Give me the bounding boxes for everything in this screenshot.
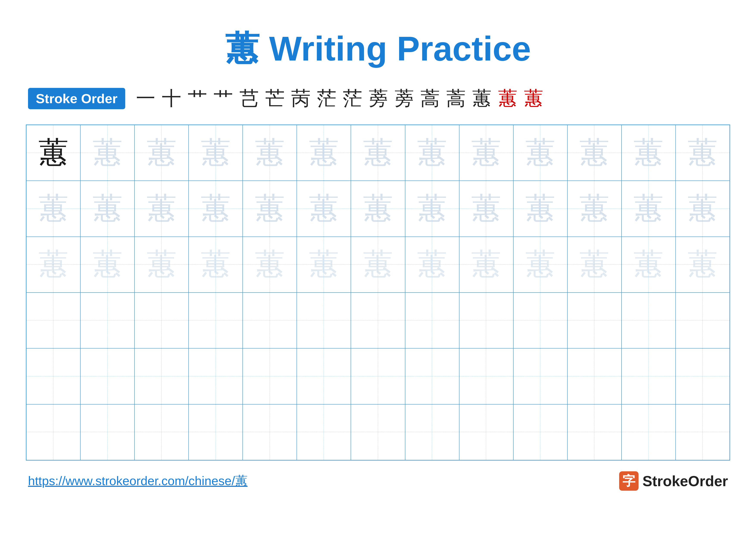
char-r3-c3: 蕙 [147,244,177,285]
grid-cell-r2-c3[interactable]: 蕙 [134,181,189,237]
grid-cell-r2-c13[interactable]: 蕙 [676,181,730,237]
grid-cell-r5-c1[interactable] [26,348,80,404]
grid-cell-r6-c2[interactable] [80,404,134,460]
stroke-5: 芑 [239,85,259,112]
grid-cell-r3-c7[interactable]: 蕙 [351,237,405,292]
footer-url[interactable]: https://www.strokeorder.com/chinese/蕙 [28,472,248,489]
char-r1-c13: 蕙 [688,133,717,173]
grid-cell-r4-c8[interactable] [405,292,459,348]
grid-cell-r1-c11[interactable]: 蕙 [567,125,622,181]
char-r2-c10: 蕙 [525,188,555,229]
footer-logo: 字 StrokeOrder [619,471,728,491]
stroke-4: 艹 [214,85,233,112]
grid-cell-r5-c10[interactable] [513,348,567,404]
grid-cell-r3-c9[interactable]: 蕙 [459,237,513,292]
grid-cell-r3-c12[interactable]: 蕙 [622,237,676,292]
grid-cell-r4-c1[interactable] [26,292,80,348]
grid-cell-r5-c3[interactable] [134,348,189,404]
footer: https://www.strokeorder.com/chinese/蕙 字 … [26,471,730,491]
grid-cell-r2-c11[interactable]: 蕙 [567,181,622,237]
grid-cell-r6-c5[interactable] [243,404,297,460]
grid-cell-r5-c6[interactable] [297,348,351,404]
grid-cell-r1-c4[interactable]: 蕙 [189,125,243,181]
grid-cell-r2-c10[interactable]: 蕙 [513,181,567,237]
stroke-3: 艹 [188,85,207,112]
grid-cell-r1-c10[interactable]: 蕙 [513,125,567,181]
grid-cell-r5-c12[interactable] [622,348,676,404]
stroke-13: 蒿 [446,85,466,112]
grid-cell-r1-c5[interactable]: 蕙 [243,125,297,181]
grid-cell-r6-c3[interactable] [134,404,189,460]
grid-cell-r2-c5[interactable]: 蕙 [243,181,297,237]
grid-cell-r4-c6[interactable] [297,292,351,348]
grid-cell-r5-c2[interactable] [80,348,134,404]
grid-cell-r1-c7[interactable]: 蕙 [351,125,405,181]
char-r3-c10: 蕙 [525,244,555,285]
grid-cell-r3-c10[interactable]: 蕙 [513,237,567,292]
char-r1-c4: 蕙 [201,133,231,173]
grid-cell-r2-c7[interactable]: 蕙 [351,181,405,237]
grid-cell-r6-c4[interactable] [189,404,243,460]
char-r2-c8: 蕙 [417,188,447,229]
char-r3-c8: 蕙 [417,244,447,285]
grid-cell-r1-c9[interactable]: 蕙 [459,125,513,181]
grid-cell-r3-c1[interactable]: 蕙 [26,237,80,292]
stroke-1: 一 [136,85,155,112]
grid-cell-r6-c12[interactable] [622,404,676,460]
grid-cell-r4-c7[interactable] [351,292,405,348]
grid-cell-r4-c9[interactable] [459,292,513,348]
grid-cell-r6-c9[interactable] [459,404,513,460]
char-r1-c5: 蕙 [255,133,285,173]
grid-cell-r1-c2[interactable]: 蕙 [80,125,134,181]
grid-cell-r1-c8[interactable]: 蕙 [405,125,459,181]
grid-cell-r1-c3[interactable]: 蕙 [134,125,189,181]
grid-cell-r3-c4[interactable]: 蕙 [189,237,243,292]
grid-cell-r6-c1[interactable] [26,404,80,460]
grid-cell-r3-c13[interactable]: 蕙 [676,237,730,292]
grid-cell-r2-c1[interactable]: 蕙 [26,181,80,237]
grid-cell-r2-c8[interactable]: 蕙 [405,181,459,237]
grid-cell-r3-c2[interactable]: 蕙 [80,237,134,292]
grid-cell-r3-c5[interactable]: 蕙 [243,237,297,292]
grid-cell-r5-c4[interactable] [189,348,243,404]
grid-cell-r5-c7[interactable] [351,348,405,404]
grid-cell-r2-c12[interactable]: 蕙 [622,181,676,237]
grid-cell-r1-c6[interactable]: 蕙 [297,125,351,181]
char-r2-c13: 蕙 [688,188,717,229]
grid-cell-r6-c7[interactable] [351,404,405,460]
grid-cell-r4-c2[interactable] [80,292,134,348]
grid-cell-r3-c8[interactable]: 蕙 [405,237,459,292]
grid-cell-r2-c9[interactable]: 蕙 [459,181,513,237]
grid-cell-r5-c8[interactable] [405,348,459,404]
grid-cell-r4-c13[interactable] [676,292,730,348]
grid-cell-r1-c13[interactable]: 蕙 [676,125,730,181]
grid-cell-r3-c11[interactable]: 蕙 [567,237,622,292]
grid-cell-r2-c6[interactable]: 蕙 [297,181,351,237]
grid-cell-r3-c3[interactable]: 蕙 [134,237,189,292]
grid-cell-r4-c11[interactable] [567,292,622,348]
grid-cell-r4-c12[interactable] [622,292,676,348]
char-r1-c7: 蕙 [363,133,393,173]
grid-cell-r2-c2[interactable]: 蕙 [80,181,134,237]
grid-cell-r5-c13[interactable] [676,348,730,404]
grid-cell-r3-c6[interactable]: 蕙 [297,237,351,292]
grid-cell-r2-c4[interactable]: 蕙 [189,181,243,237]
grid-cell-r6-c10[interactable] [513,404,567,460]
strokeorder-logo-text: StrokeOrder [642,472,728,489]
grid-cell-r5-c11[interactable] [567,348,622,404]
grid-cell-r6-c11[interactable] [567,404,622,460]
grid-cell-r4-c5[interactable] [243,292,297,348]
grid-cell-r5-c5[interactable] [243,348,297,404]
grid-cell-r4-c3[interactable] [134,292,189,348]
grid-cell-r4-c4[interactable] [189,292,243,348]
stroke-7: 苪 [291,85,310,112]
grid-cell-r5-c9[interactable] [459,348,513,404]
char-r2-c6: 蕙 [309,188,339,229]
grid-cell-r6-c13[interactable] [676,404,730,460]
char-r1-c10: 蕙 [525,133,555,173]
grid-cell-r4-c10[interactable] [513,292,567,348]
grid-cell-r1-c1[interactable]: 蕙 [26,125,80,181]
grid-cell-r1-c12[interactable]: 蕙 [622,125,676,181]
grid-cell-r6-c6[interactable] [297,404,351,460]
grid-cell-r6-c8[interactable] [405,404,459,460]
